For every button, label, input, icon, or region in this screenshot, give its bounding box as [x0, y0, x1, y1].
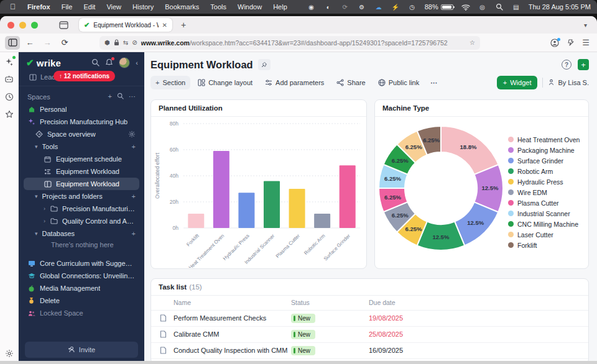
zoom-window-button[interactable] — [31, 22, 38, 29]
notifications-badge[interactable]: ↑ 12 notifications — [53, 71, 115, 81]
apple-menu-icon[interactable]:  — [10, 2, 16, 11]
machine-assistant-icon[interactable] — [4, 75, 14, 84]
app-menu-icon[interactable]: ☰ — [582, 38, 590, 47]
wifi-icon[interactable] — [461, 2, 470, 11]
help-button[interactable]: ? — [562, 60, 572, 70]
bookmark-star-icon[interactable]: ☆ — [470, 39, 475, 46]
clock-status-icon[interactable]: ◷ — [408, 2, 417, 11]
legend-item[interactable]: Heat Treatment Oven — [508, 134, 580, 145]
sidebar-item-locked-space[interactable]: Locked Space — [24, 307, 139, 319]
menu-tools[interactable]: Tools — [205, 3, 232, 11]
sidebar-item-precision-hub[interactable]: Precision Manufacturing Hub — [24, 116, 139, 128]
record-status-icon[interactable]: ◉ — [307, 2, 316, 11]
bar-robotic-arm[interactable] — [314, 214, 330, 228]
projects-group-header[interactable]: ▾ Projects and folders + — [24, 190, 139, 202]
menu-window[interactable]: Window — [232, 3, 267, 11]
legend-item[interactable]: Forklift — [508, 240, 580, 250]
task-name[interactable]: Conduct Quality Inspection with CMM — [151, 347, 291, 354]
sidebar-settings-gear-icon[interactable] — [5, 349, 14, 358]
minimize-window-button[interactable] — [19, 22, 26, 29]
task-name[interactable]: Perform Measurement Checks — [151, 314, 291, 322]
menu-firefox[interactable]: Firefox — [22, 3, 56, 11]
sidebar-toggle-button[interactable] — [5, 36, 20, 50]
account-icon[interactable] — [550, 39, 559, 47]
extensions-icon[interactable] — [567, 39, 575, 47]
author-byline[interactable]: By Lisa S. — [548, 79, 589, 87]
toolbar-more-button[interactable]: ⋯ — [427, 79, 442, 87]
add-parameters-button[interactable]: Add parameters — [260, 76, 329, 89]
headphones-icon[interactable]: ◎ — [478, 2, 487, 11]
legend-item[interactable]: Wire EDM — [508, 187, 580, 198]
add-section-button[interactable]: + Section — [150, 76, 190, 89]
bar-forklift[interactable] — [188, 214, 204, 228]
legend-item[interactable]: CNC Milling Machine — [508, 219, 580, 229]
url-bar[interactable]: ⬢ ⇆ ⊘ www.wrike.com/workspace.htm?acc=63… — [100, 36, 480, 50]
add-project-icon[interactable]: + — [132, 193, 136, 200]
sidebar-item-equipment-workload-1[interactable]: Equipment Workload — [24, 165, 139, 178]
notifications-bell-icon[interactable] — [105, 58, 113, 68]
control-center-icon[interactable]: ▤ — [512, 2, 521, 11]
task-row[interactable]: Perform Measurement ChecksNew19/08/2025 — [151, 311, 588, 327]
sidebar-item-equipment-workload-2-selected[interactable]: Equipment Workload — [24, 178, 139, 190]
battery-indicator[interactable]: 88% — [425, 3, 453, 11]
close-tab-icon[interactable]: ✕ — [162, 22, 167, 29]
active-tab[interactable]: ✔ Equipment Workload - Wrike ✕ — [79, 18, 172, 32]
task-row[interactable]: Conduct Quality Inspection with CMMNew16… — [151, 343, 588, 359]
sidebar-item-media-management[interactable]: Media Management — [24, 282, 139, 294]
add-database-icon[interactable]: + — [132, 230, 136, 237]
sidebar-item-precision-operations[interactable]: › Precision Manufacturing Opera... — [24, 202, 139, 215]
invite-button[interactable]: Invite — [25, 342, 138, 358]
bolt-status-icon[interactable]: ⚡ — [391, 2, 400, 11]
sync-status-icon[interactable]: ⟳ — [341, 2, 349, 11]
add-tool-icon[interactable]: + — [132, 143, 136, 150]
legend-item[interactable]: Industrial Scanner — [508, 208, 580, 219]
change-layout-button[interactable]: Change layout — [193, 76, 257, 89]
bar-surface-grinder[interactable] — [340, 165, 356, 228]
search-spaces-icon[interactable] — [117, 93, 124, 101]
shield-status-icon[interactable]: ◐ — [324, 2, 333, 11]
sidebar-item-global-connections[interactable]: Global Connections: Unveiling Travel ... — [24, 270, 139, 282]
menu-history[interactable]: History — [127, 3, 159, 11]
menu-file[interactable]: File — [56, 3, 78, 11]
close-window-button[interactable] — [7, 22, 14, 29]
sidebar-item-space-overview[interactable]: Space overview — [24, 128, 139, 140]
pin-icon[interactable] — [258, 59, 271, 70]
expand-chevron-icon[interactable]: › — [44, 218, 45, 224]
permissions-icon[interactable]: ⇆ — [123, 39, 128, 46]
sidebar-item-core-curriculum[interactable]: Core Curriculum with Suggested Proj... — [24, 257, 139, 270]
status-badge[interactable]: New — [291, 330, 315, 339]
share-button[interactable]: Share — [331, 76, 370, 89]
add-widget-button[interactable]: +Widget — [497, 76, 538, 89]
menu-bookmarks[interactable]: Bookmarks — [159, 3, 205, 11]
menu-edit[interactable]: Edit — [78, 3, 101, 11]
task-name[interactable]: Calibrate CMM — [151, 330, 291, 338]
menu-help[interactable]: Help — [267, 3, 293, 11]
sidebar-search-icon[interactable] — [91, 58, 100, 68]
lead-item[interactable]: Lead ↑ 12 notifications — [19, 71, 144, 86]
sidebar-item-delete[interactable]: Delete — [24, 294, 139, 307]
app-status-icon[interactable]: ⚙ — [358, 2, 366, 11]
legend-item[interactable]: Packaging Machine — [508, 145, 580, 155]
reload-button[interactable]: ⟳ — [57, 36, 72, 50]
history-clock-icon[interactable] — [5, 93, 14, 101]
collapse-sidebar-icon[interactable]: ‹ — [136, 59, 138, 66]
legend-item[interactable]: Hydraulic Press — [508, 176, 580, 187]
spotlight-search-icon[interactable] — [495, 2, 504, 11]
legend-item[interactable]: Surface Grinder — [508, 155, 580, 166]
sidebar-item-quality-control[interactable]: › Quality Control and Assembly — [24, 215, 139, 227]
public-link-button[interactable]: Public link — [373, 76, 425, 89]
menubar-clock[interactable]: Thu 28 Aug 5:05 PM — [529, 3, 591, 11]
status-badge[interactable]: New — [291, 346, 315, 355]
notifications-blocked-icon[interactable]: ⊘ — [132, 39, 137, 46]
cloud-status-icon[interactable]: ☁ — [374, 2, 383, 11]
window-controls[interactable] — [7, 22, 38, 29]
legend-item[interactable]: Robotic Arm — [508, 166, 580, 176]
tab-overflow-icon[interactable]: ▾ — [584, 22, 587, 29]
status-badge[interactable]: New — [291, 314, 315, 323]
tracking-shield-icon[interactable]: ⬢ — [104, 39, 110, 46]
bar-plasma-cutter[interactable] — [289, 189, 305, 228]
legend-item[interactable]: Plasma Cutter — [508, 198, 580, 208]
expand-chevron-icon[interactable]: › — [44, 206, 45, 212]
user-avatar[interactable] — [119, 57, 130, 68]
tools-group-header[interactable]: ▾ Tools + — [24, 140, 139, 153]
